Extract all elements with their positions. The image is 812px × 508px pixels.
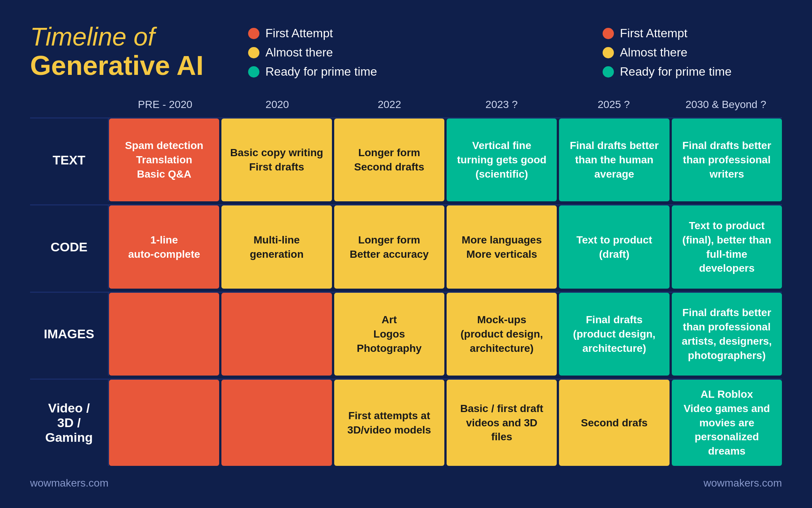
cell-1-1: Multi-line generation <box>221 205 332 288</box>
cell-3-0 <box>109 380 219 466</box>
title-line2: Generative AI <box>30 51 218 81</box>
grid: TEXTSpam detection Translation Basic Q&A… <box>30 117 782 466</box>
year-col-5: 2030 & Beyond ? <box>670 96 782 114</box>
cell-2-5: Final drafts better than professional ar… <box>672 293 782 376</box>
dot-first-attempt-left <box>248 28 259 39</box>
cell-0-1: Basic copy writing First drafts <box>221 119 332 201</box>
row-cells-0: Spam detection Translation Basic Q&ABasi… <box>109 119 782 201</box>
cell-2-0 <box>109 293 219 376</box>
year-col-4: 2025 ? <box>557 96 670 114</box>
row-label-0: TEXT <box>30 119 109 201</box>
dot-almost-there-left <box>248 47 259 58</box>
legend-right: First Attempt Almost there Ready for pri… <box>377 26 732 79</box>
legend-left: First Attempt Almost there Ready for pri… <box>218 26 377 79</box>
cell-3-3: Basic / first draft videos and 3D files <box>447 380 557 466</box>
legend-item-1: Almost there <box>248 46 377 59</box>
cell-0-4: Final drafts better than the human avera… <box>559 119 669 201</box>
legend-label-r2: Ready for prime time <box>620 65 732 79</box>
year-col-3: 2023 ? <box>445 96 557 114</box>
cell-3-5: AL Roblox Video games and movies are per… <box>672 380 782 466</box>
row-label-3: Video / 3D / Gaming <box>30 380 109 466</box>
legend-label-1: Almost there <box>265 46 333 59</box>
dot-ready-right <box>603 66 614 78</box>
grid-row-3: Video / 3D / GamingFirst attempts at 3D/… <box>30 379 782 466</box>
cell-1-3: More languages More verticals <box>447 205 557 288</box>
footer-left: wowmakers.com <box>30 477 108 489</box>
cell-1-0: 1-line auto-complete <box>109 205 219 288</box>
row-label-1: CODE <box>30 205 109 288</box>
row-label-2: IMAGES <box>30 293 109 376</box>
title-line1: Timeline of <box>30 23 218 51</box>
year-header-row: PRE - 2020 2020 2022 2023 ? 2025 ? 2030 … <box>109 96 782 114</box>
legend-item-r0: First Attempt <box>603 26 732 40</box>
year-col-0: PRE - 2020 <box>109 96 221 114</box>
cell-1-5: Text to product (final), better than ful… <box>672 205 782 288</box>
legend-label-r0: First Attempt <box>620 26 688 40</box>
legend-label-0: First Attempt <box>265 26 333 40</box>
page: Timeline of Generative AI First Attempt … <box>0 0 812 508</box>
grid-row-0: TEXTSpam detection Translation Basic Q&A… <box>30 117 782 201</box>
cell-3-2: First attempts at 3D/video models <box>334 380 444 466</box>
dot-first-attempt-right <box>603 28 614 39</box>
cell-3-4: Second drafs <box>559 380 669 466</box>
header: Timeline of Generative AI First Attempt … <box>30 23 782 81</box>
cell-0-0: Spam detection Translation Basic Q&A <box>109 119 219 201</box>
cell-1-2: Longer form Better accuracy <box>334 205 444 288</box>
cell-0-5: Final drafts better than professional wr… <box>672 119 782 201</box>
footer: wowmakers.com wowmakers.com <box>30 477 782 489</box>
legend-item-r2: Ready for prime time <box>603 65 732 79</box>
cell-0-3: Vertical fine turning gets good (scienti… <box>447 119 557 201</box>
footer-right: wowmakers.com <box>704 477 782 489</box>
table-area: PRE - 2020 2020 2022 2023 ? 2025 ? 2030 … <box>30 96 782 466</box>
cell-1-4: Text to product (draft) <box>559 205 669 288</box>
dot-ready-left <box>248 66 259 78</box>
cell-2-2: Art Logos Photography <box>334 293 444 376</box>
row-cells-3: First attempts at 3D/video modelsBasic /… <box>109 380 782 466</box>
legend-item-0: First Attempt <box>248 26 377 40</box>
dot-almost-there-right <box>603 47 614 58</box>
cell-0-2: Longer form Second drafts <box>334 119 444 201</box>
cell-3-1 <box>221 380 332 466</box>
legend-item-r1: Almost there <box>603 46 732 59</box>
grid-row-1: CODE1-line auto-completeMulti-line gener… <box>30 204 782 288</box>
grid-row-2: IMAGESArt Logos PhotographyMock-ups (pro… <box>30 292 782 376</box>
year-col-1: 2020 <box>221 96 333 114</box>
legend-label-2: Ready for prime time <box>265 65 377 79</box>
title-block: Timeline of Generative AI <box>30 23 218 81</box>
cell-2-1 <box>221 293 332 376</box>
legend-item-2: Ready for prime time <box>248 65 377 79</box>
row-cells-2: Art Logos PhotographyMock-ups (product d… <box>109 293 782 376</box>
cell-2-3: Mock-ups (product design, architecture) <box>447 293 557 376</box>
cell-2-4: Final drafts (product design, architectu… <box>559 293 669 376</box>
year-col-2: 2022 <box>333 96 445 114</box>
legend-label-r1: Almost there <box>620 46 688 59</box>
row-cells-1: 1-line auto-completeMulti-line generatio… <box>109 205 782 288</box>
